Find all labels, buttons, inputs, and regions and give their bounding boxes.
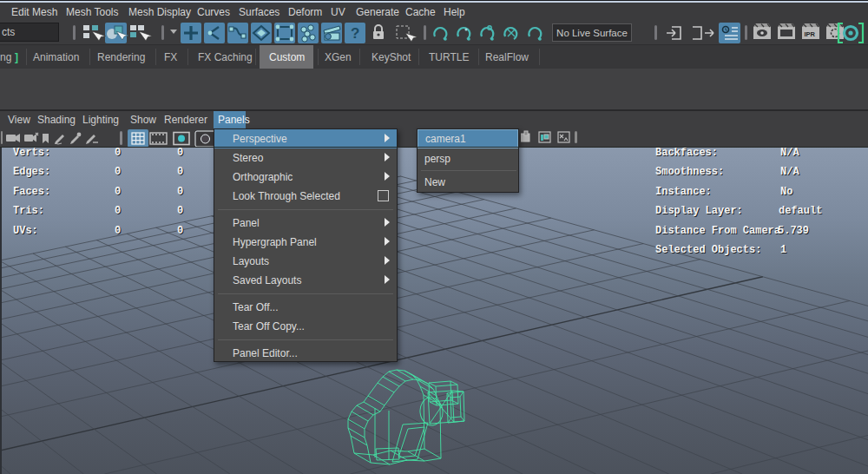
svg-text:IPR: IPR: [805, 30, 816, 38]
svg-text:?: ?: [351, 25, 359, 42]
